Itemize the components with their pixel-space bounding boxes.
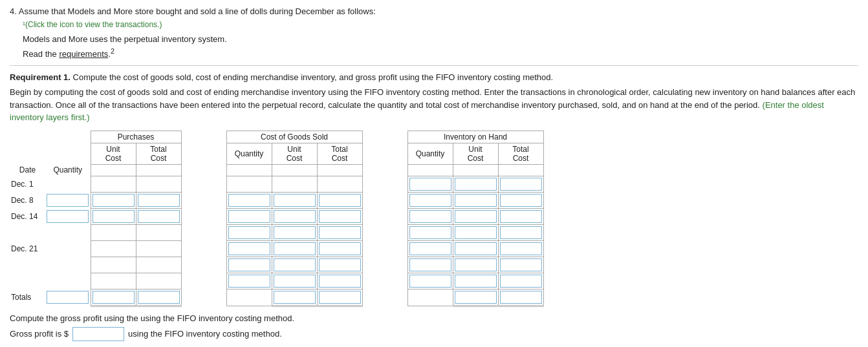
cogs-qty-dec21-1-input[interactable] (228, 242, 270, 255)
inv-total-dec21-1-input[interactable] (500, 242, 542, 255)
totals-purch-unit-input[interactable] (92, 291, 135, 304)
cogs-total-dec21-2-input[interactable] (319, 258, 361, 271)
table-row (10, 257, 543, 273)
cogs-qty-dec14-2-input[interactable] (228, 226, 270, 239)
inv-unit-cost-header: UnitCost (453, 143, 498, 164)
inv-unit-dec21-2-input[interactable] (455, 258, 497, 271)
inv-total-dec8-input[interactable] (500, 194, 542, 207)
question-number: 4. (10, 6, 17, 16)
cogs-qty-dec14-1-input[interactable] (228, 210, 270, 223)
purchases-header: Purchases (91, 131, 181, 143)
date-label: Date (10, 164, 45, 176)
table-row: Dec. 14 (10, 208, 543, 224)
inv-qty-dec21-1-input[interactable] (409, 242, 451, 255)
cogs-total-dec21-3-input[interactable] (319, 275, 361, 288)
inv-total-dec14-1-input[interactable] (500, 210, 542, 223)
inv-unit-dec1-input[interactable] (455, 178, 497, 191)
requirement-title-rest: Compute the cost of goods sold, cost of … (73, 72, 554, 82)
cogs-total-dec14-1-input[interactable] (319, 210, 361, 223)
cogs-unit-dec8-input[interactable] (274, 194, 316, 207)
purchases-unit-cost-header: UnitCost (91, 143, 136, 164)
cogs-qty-dec21-2-input[interactable] (228, 258, 270, 271)
cogs-unit-dec21-2-input[interactable] (274, 258, 316, 271)
inv-unit-dec14-1-input[interactable] (455, 210, 497, 223)
inv-qty-dec8-input[interactable] (409, 194, 451, 207)
quantity-label: Quantity (45, 164, 91, 176)
date-dec1: Dec. 1 (10, 176, 45, 192)
totals-inv-unit-input[interactable] (455, 291, 497, 304)
purch-unit-dec8-input[interactable] (92, 194, 135, 207)
purchases-total-cost-header: TotalCost (136, 143, 181, 164)
cogs-qty-dec21-3-input[interactable] (228, 275, 270, 288)
inv-total-dec21-2-input[interactable] (500, 258, 542, 271)
divider (10, 65, 858, 66)
purch-qty-dec14-input[interactable] (47, 210, 89, 223)
date-dec14: Dec. 14 (10, 208, 45, 224)
inv-total-dec1-input[interactable] (500, 178, 542, 191)
cogs-total-dec8-input[interactable] (319, 194, 361, 207)
totals-label: Totals (10, 289, 45, 306)
cogs-total-dec21-1-input[interactable] (319, 242, 361, 255)
gross-profit-label: Gross profit is $ (10, 329, 69, 339)
cogs-unit-dec21-3-input[interactable] (274, 275, 316, 288)
inv-qty-dec1-input[interactable] (409, 178, 451, 191)
inventory-header: Inventory on Hand (407, 131, 543, 143)
table-row: Dec. 1 (10, 176, 543, 192)
inv-total-cost-header: TotalCost (498, 143, 543, 164)
inv-total-dec21-3-input[interactable] (500, 275, 542, 288)
totals-cogs-unit-input[interactable] (274, 291, 316, 304)
cogs-header: Cost of Goods Sold (226, 131, 362, 143)
question-header: 4. Assume that Models and More store bou… (10, 6, 858, 16)
inv-qty-dec14-1-input[interactable] (409, 210, 451, 223)
inventory-table: Purchases Cost of Goods Sold Inventory o… (10, 131, 544, 307)
inv-qty-dec21-2-input[interactable] (409, 258, 451, 271)
totals-row: Totals (10, 289, 543, 306)
totals-inv-total-input[interactable] (500, 291, 542, 304)
cogs-qty-dec8-input[interactable] (228, 194, 270, 207)
cogs-quantity-header: Quantity (226, 143, 272, 164)
purch-unit-dec14-input[interactable] (92, 210, 135, 223)
inv-unit-dec14-2-input[interactable] (455, 226, 497, 239)
transactions-link[interactable]: ¹(Click the icon to view the transaction… (23, 20, 858, 29)
table-row: Dec. 21 (10, 240, 543, 257)
totals-purch-total-input[interactable] (138, 291, 180, 304)
purchases-total-cost-sub (136, 164, 181, 176)
read-requirements: Read the requirements.2 (23, 47, 858, 59)
inv-qty-dec21-3-input[interactable] (409, 275, 451, 288)
inv-total-dec14-2-input[interactable] (500, 226, 542, 239)
cogs-unit-dec21-1-input[interactable] (274, 242, 316, 255)
totals-purch-qty-input[interactable] (47, 291, 89, 304)
requirement-description: Begin by computing the cost of goods sol… (10, 86, 858, 124)
gross-profit-suffix: using the FIFO inventory costing method. (128, 329, 282, 339)
purchases-unit-cost-sub (91, 164, 136, 176)
gross-profit-input[interactable] (72, 327, 124, 341)
requirement-title: Requirement 1. Compute the cost of goods… (10, 72, 858, 82)
requirement-section: Requirement 1. Compute the cost of goods… (10, 72, 858, 341)
cogs-total-cost-header: TotalCost (317, 143, 362, 164)
cogs-unit-dec14-2-input[interactable] (274, 226, 316, 239)
inv-quantity-header: Quantity (407, 143, 453, 164)
gross-profit-line: Gross profit is $ using the FIFO invento… (10, 327, 858, 341)
inv-unit-dec21-1-input[interactable] (455, 242, 497, 255)
table-row: Dec. 8 (10, 192, 543, 208)
date-dec21: Dec. 21 (10, 240, 45, 257)
purch-qty-dec8-input[interactable] (47, 194, 89, 207)
table-row (10, 273, 543, 289)
inv-unit-dec8-input[interactable] (455, 194, 497, 207)
date-dec8: Dec. 8 (10, 192, 45, 208)
purch-total-dec8-input[interactable] (138, 194, 180, 207)
inv-qty-dec14-2-input[interactable] (409, 226, 451, 239)
table-row (10, 224, 543, 240)
question-text: Assume that Models and More store bought… (19, 6, 376, 16)
requirements-link[interactable]: requirements (59, 49, 108, 59)
cogs-unit-cost-header: UnitCost (272, 143, 317, 164)
inv-unit-dec21-3-input[interactable] (455, 275, 497, 288)
cogs-total-dec14-2-input[interactable] (319, 226, 361, 239)
perpetual-text: Models and More uses the perpetual inven… (23, 34, 858, 44)
purch-total-dec14-input[interactable] (138, 210, 180, 223)
totals-cogs-total-input[interactable] (319, 291, 361, 304)
compute-text: Compute the gross profit using the using… (10, 313, 858, 323)
cogs-unit-dec14-1-input[interactable] (274, 210, 316, 223)
